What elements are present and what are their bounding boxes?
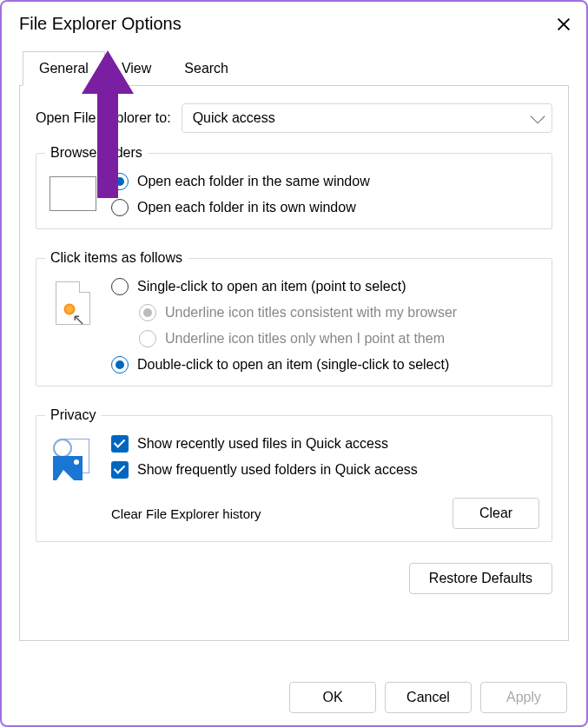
tab-search[interactable]: Search — [168, 51, 245, 86]
open-to-label: Open File Explorer to: — [36, 110, 171, 126]
browse-folders-group: Browse folders Open each folder in the s… — [36, 145, 552, 229]
cancel-button[interactable]: Cancel — [385, 682, 472, 713]
radio-icon — [139, 330, 156, 347]
clear-button[interactable]: Clear — [453, 498, 539, 529]
open-to-select[interactable]: Quick access — [182, 103, 552, 133]
radio-icon — [111, 173, 129, 190]
radio-underline-browser: Underline icon titles consistent with my… — [139, 304, 539, 321]
radio-icon — [139, 304, 156, 321]
tab-view[interactable]: View — [105, 51, 168, 86]
cursor-icon: ↖ — [72, 310, 85, 329]
folder-icon — [50, 176, 96, 211]
browse-folders-legend: Browse folders — [45, 145, 148, 161]
tab-strip: General View Search — [23, 51, 569, 86]
radio-own-window[interactable]: Open each folder in its own window — [111, 199, 539, 216]
privacy-icon — [51, 439, 95, 482]
titlebar: File Explorer Options — [2, 2, 586, 43]
radio-icon — [111, 278, 129, 295]
radio-same-window[interactable]: Open each folder in the same window — [111, 173, 539, 190]
radio-underline-point: Underline icon titles only when I point … — [139, 330, 539, 347]
tabpanel-general: Open File Explorer to: Quick access Brow… — [19, 85, 569, 641]
radio-icon — [111, 356, 129, 373]
clear-history-label: Clear File Explorer history — [111, 506, 261, 521]
privacy-group: Privacy Show recently used files in Quic… — [36, 407, 552, 542]
ok-button[interactable]: OK — [289, 682, 376, 713]
click-items-group: Click items as follows ↖ Single-click to… — [36, 250, 552, 387]
check-recent-files[interactable]: Show recently used files in Quick access — [111, 435, 539, 453]
dialog-content: General View Search Open File Explorer t… — [2, 43, 586, 641]
browse-folders-icon — [49, 173, 97, 211]
check-recent-files-label: Show recently used files in Quick access — [137, 436, 388, 452]
dialog-footer: OK Cancel Apply — [289, 682, 567, 713]
privacy-icon-col — [49, 435, 97, 482]
open-to-row: Open File Explorer to: Quick access — [36, 103, 552, 133]
radio-single-click-label: Single-click to open an item (point to s… — [137, 279, 406, 294]
radio-single-click[interactable]: Single-click to open an item (point to s… — [111, 278, 539, 295]
click-items-icon: ↖ — [49, 278, 97, 325]
checkbox-icon — [111, 461, 129, 479]
check-frequent-folders[interactable]: Show frequently used folders in Quick ac… — [111, 461, 539, 479]
open-to-value: Quick access — [193, 110, 275, 126]
click-items-legend: Click items as follows — [45, 250, 188, 266]
radio-same-window-label: Open each folder in the same window — [137, 174, 370, 189]
file-click-icon: ↖ — [56, 281, 90, 325]
apply-button[interactable]: Apply — [480, 682, 567, 713]
chevron-down-icon — [531, 109, 545, 123]
window-title: File Explorer Options — [19, 14, 182, 34]
close-icon[interactable] — [557, 17, 571, 31]
check-frequent-folders-label: Show frequently used folders in Quick ac… — [137, 462, 418, 478]
checkbox-icon — [111, 435, 129, 453]
radio-own-window-label: Open each folder in its own window — [137, 200, 356, 215]
restore-defaults-button[interactable]: Restore Defaults — [409, 563, 552, 594]
radio-double-click[interactable]: Double-click to open an item (single-cli… — [111, 356, 539, 373]
radio-icon — [111, 199, 129, 216]
tab-general[interactable]: General — [23, 51, 105, 86]
radio-double-click-label: Double-click to open an item (single-cli… — [137, 357, 449, 373]
privacy-legend: Privacy — [45, 407, 101, 423]
radio-underline-browser-label: Underline icon titles consistent with my… — [165, 305, 457, 321]
radio-underline-point-label: Underline icon titles only when I point … — [165, 331, 445, 347]
